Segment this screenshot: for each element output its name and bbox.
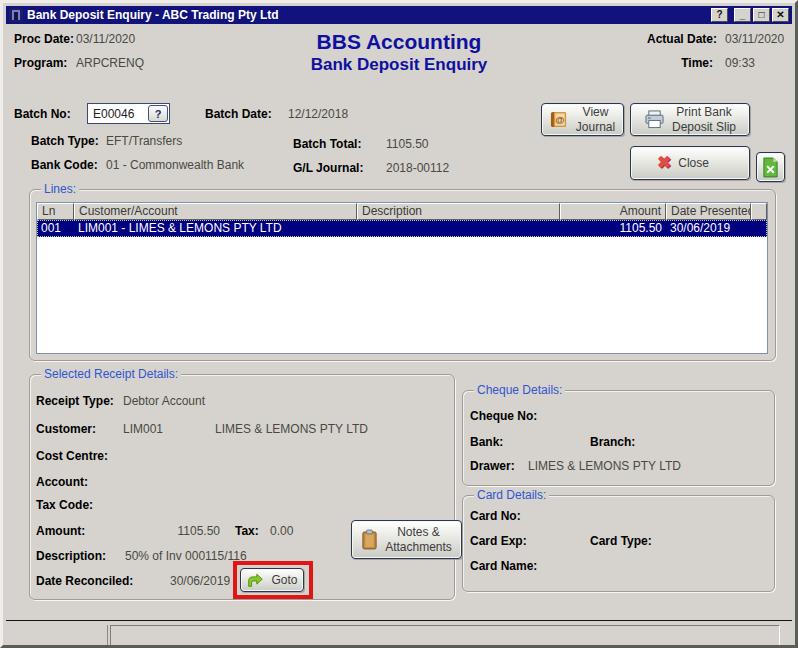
bank-code-label: Bank Code: (31, 158, 98, 172)
column-header-customer-account: Customer/Account (74, 203, 357, 220)
time-label: Time: (647, 56, 713, 70)
cell-spacer (751, 220, 767, 237)
red-x-icon: ✖ (657, 152, 671, 173)
column-header-spacer (751, 203, 767, 220)
journal-book-icon: @ (550, 110, 569, 129)
lines-list[interactable]: Ln Customer/Account Description Amount D… (36, 202, 768, 354)
column-header-ln: Ln (37, 203, 74, 220)
batch-type-label: Batch Type: (31, 134, 99, 148)
card-no-label: Card No: (470, 509, 521, 523)
batch-total-label: Batch Total: (293, 137, 361, 151)
cheque-no-label: Cheque No: (470, 409, 537, 423)
statusbar-left-panel (6, 625, 108, 646)
view-journal-label: View Journal (576, 105, 615, 135)
description-value: 50% of Inv 000115/116 (125, 549, 247, 563)
annotation-highlight (233, 561, 313, 599)
drawer-label: Drawer: (470, 459, 515, 473)
app-window: Bank Deposit Enquiry - ABC Trading Pty L… (0, 0, 798, 648)
branch-label: Branch: (590, 435, 635, 449)
batch-date-value: 12/12/2018 (288, 107, 348, 121)
batch-date-label: Batch Date: (205, 107, 272, 121)
printer-icon (644, 110, 665, 129)
gl-journal-value: 2018-00112 (386, 161, 449, 175)
window-title: Bank Deposit Enquiry - ABC Trading Pty L… (27, 8, 709, 22)
column-header-amount: Amount (560, 203, 666, 220)
column-header-date-presented: Date Presented (666, 203, 751, 220)
amount-value: 1105.50 (153, 524, 220, 538)
print-deposit-slip-label: Print Bank Deposit Slip (672, 105, 736, 135)
tax-label: Tax: (235, 524, 259, 538)
view-journal-button[interactable]: @ View Journal (541, 103, 624, 136)
receipt-details-group-label: Selected Receipt Details: (41, 367, 181, 381)
close-window-button[interactable]: ✕ (772, 8, 789, 22)
tax-value: 0.00 (270, 524, 293, 538)
cell-customer-account: LIM001 - LIMES & LEMONS PTY LTD (74, 220, 357, 237)
column-header-description: Description (357, 203, 560, 220)
batch-no-label: Batch No: (14, 107, 71, 121)
close-button[interactable]: ✖ Close (630, 146, 750, 180)
close-label: Close (678, 156, 709, 171)
svg-text:@: @ (555, 114, 564, 125)
cost-centre-label: Cost Centre: (36, 449, 108, 463)
batch-no-value[interactable]: E00046 (88, 107, 148, 121)
batch-no-lookup-button[interactable]: ? (148, 105, 168, 122)
customer-name-value: LIMES & LEMONS PTY LTD (215, 422, 368, 436)
time-value: 09:33 (725, 56, 755, 70)
account-label: Account: (36, 475, 88, 489)
tax-code-label: Tax Code: (36, 498, 93, 512)
cell-date-presented: 30/06/2019 (666, 220, 751, 237)
amount-label: Amount: (36, 524, 85, 538)
card-name-label: Card Name: (470, 559, 537, 573)
card-details-group-label: Card Details: (474, 488, 549, 502)
lines-header-row: Ln Customer/Account Description Amount D… (37, 203, 767, 220)
cell-amount: 1105.50 (560, 220, 666, 237)
bank-code-value: 01 - Commonwealth Bank (106, 158, 244, 172)
help-button[interactable]: ? (711, 8, 728, 22)
date-reconciled-label: Date Reconciled: (36, 574, 133, 588)
title-bar: Bank Deposit Enquiry - ABC Trading Pty L… (6, 6, 792, 24)
batch-type-value: EFT/Transfers (106, 134, 182, 148)
notes-attachments-label: Notes & Attachments (385, 525, 452, 555)
card-type-label: Card Type: (590, 534, 652, 548)
receipt-type-label: Receipt Type: (36, 394, 114, 408)
batch-total-value: 1105.50 (386, 137, 429, 151)
description-label: Description: (36, 549, 106, 563)
card-exp-label: Card Exp: (470, 534, 527, 548)
cell-ln: 001 (37, 220, 74, 237)
customer-code-value: LIM001 (123, 422, 163, 436)
actual-date-label: Actual Date: (647, 32, 713, 46)
app-icon (9, 8, 23, 22)
bank-label: Bank: (470, 435, 503, 449)
batch-no-field[interactable]: E00046 ? (87, 103, 170, 124)
maximize-button[interactable]: □ (753, 8, 770, 22)
lines-group-label: Lines: (41, 182, 79, 196)
drawer-value: LIMES & LEMONS PTY LTD (528, 459, 681, 473)
minimize-button[interactable]: _ (734, 8, 751, 22)
notes-attachments-button[interactable]: Notes & Attachments (351, 520, 462, 559)
statusbar-divider (6, 620, 792, 621)
date-reconciled-value: 30/06/2019 (170, 574, 230, 588)
actual-date-value: 03/11/2020 (725, 32, 784, 46)
statusbar-message-panel (110, 625, 780, 646)
gl-journal-label: G/L Journal: (293, 161, 363, 175)
table-row-selected[interactable]: 001 LIM001 - LIMES & LEMONS PTY LTD 1105… (37, 220, 767, 237)
receipt-type-value: Debtor Account (123, 394, 205, 408)
cell-description (357, 220, 560, 237)
excel-export-icon (762, 157, 779, 178)
export-excel-button[interactable] (756, 152, 785, 182)
customer-label: Customer: (36, 422, 96, 436)
cheque-details-group-label: Cheque Details: (474, 383, 565, 397)
print-deposit-slip-button[interactable]: Print Bank Deposit Slip (630, 103, 750, 136)
clipboard-icon (361, 529, 378, 550)
